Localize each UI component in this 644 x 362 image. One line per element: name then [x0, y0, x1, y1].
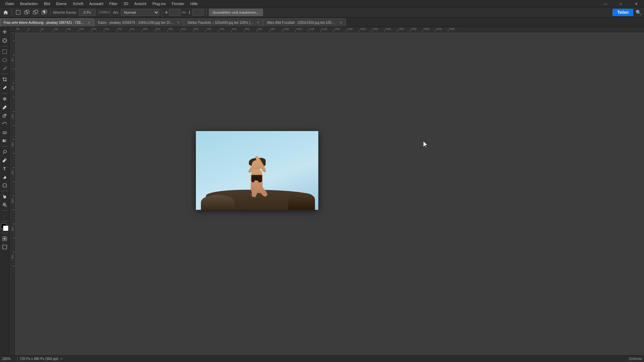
- magic-wand-btn[interactable]: [1, 64, 9, 72]
- lt-divider-2: [1, 74, 8, 74]
- menu-fenster[interactable]: Fenster: [169, 1, 187, 6]
- add-selection-icon[interactable]: [23, 9, 31, 16]
- menu-auswahl[interactable]: Auswahl: [87, 1, 106, 6]
- tab-1-close[interactable]: ✕: [177, 21, 180, 24]
- toolbar-divider-2: [50, 9, 51, 16]
- menu-filter[interactable]: Filter: [107, 1, 120, 6]
- tab-0-close[interactable]: ✕: [88, 21, 90, 24]
- svg-text:350: 350: [117, 27, 122, 31]
- workspace[interactable]: [15, 32, 644, 355]
- ruler-top-svg: -500501001502002503003504004505005506006…: [15, 27, 644, 32]
- svg-text:1350: 1350: [372, 27, 378, 31]
- svg-text:1200: 1200: [334, 27, 340, 31]
- tab-3-close[interactable]: ✕: [339, 21, 342, 24]
- lt-divider-6: [1, 210, 8, 210]
- svg-text:450: 450: [143, 27, 148, 31]
- svg-text:650: 650: [11, 227, 14, 231]
- select-mask-button[interactable]: Auswählen und maskieren...: [209, 9, 263, 16]
- svg-text:100: 100: [54, 27, 58, 31]
- status-divider: [17, 357, 18, 361]
- gradient-tool-btn[interactable]: [1, 137, 9, 145]
- window-controls: — □ ✕: [598, 0, 644, 7]
- search-icon[interactable]: 🔍: [635, 9, 642, 16]
- subtract-selection-icon[interactable]: [32, 9, 39, 16]
- more-tools-btn[interactable]: ···: [1, 212, 9, 220]
- menu-bearbeiten[interactable]: Bearbeiten: [17, 1, 41, 6]
- menu-3d[interactable]: 3D: [121, 1, 131, 6]
- color-swatches[interactable]: [1, 224, 8, 231]
- background-color[interactable]: [3, 226, 8, 231]
- type-tool-btn[interactable]: T: [1, 165, 9, 173]
- lasso-tool-btn[interactable]: [1, 56, 9, 64]
- tab-2[interactable]: Stefan Passfoto – 525x699.jpg bei 100% (…: [184, 18, 263, 26]
- minimize-button[interactable]: —: [598, 0, 613, 7]
- svg-rect-25: [3, 139, 7, 142]
- menu-datei[interactable]: Datei: [3, 1, 17, 6]
- lt-divider-5: [1, 191, 8, 191]
- screen-mode-btn[interactable]: [1, 243, 9, 251]
- menubar-items: Datei Bearbeiten Bild Ebene Schrift Ausw…: [3, 1, 641, 6]
- artboard-tool-btn[interactable]: [1, 37, 9, 45]
- eraser-tool-btn[interactable]: [1, 128, 9, 136]
- maximize-button[interactable]: □: [613, 0, 629, 7]
- status-arrow[interactable]: >: [60, 357, 62, 361]
- svg-rect-29: [3, 184, 6, 187]
- svg-text:-50: -50: [15, 27, 19, 31]
- svg-text:200: 200: [79, 27, 84, 31]
- share-button[interactable]: Teilen: [612, 9, 633, 16]
- clone-stamp-btn[interactable]: [1, 112, 9, 120]
- zoom-tool-btn[interactable]: [1, 201, 9, 209]
- tab-1[interactable]: Katze - pixabay 3336579 - 1066x1280.jpg …: [94, 18, 183, 26]
- tab-2-close[interactable]: ✕: [257, 21, 259, 24]
- swap-icon[interactable]: [182, 10, 186, 14]
- home-icon[interactable]: [2, 9, 9, 16]
- svg-rect-7: [44, 11, 45, 12]
- svg-text:1100: 1100: [309, 27, 315, 31]
- brush-tool-btn[interactable]: [1, 103, 9, 111]
- svg-text:950: 950: [270, 27, 275, 31]
- eyedropper-btn[interactable]: [1, 84, 9, 92]
- height-input[interactable]: [192, 9, 204, 16]
- toolbar-divider-4: [110, 9, 111, 16]
- pen-tool-btn[interactable]: [1, 156, 9, 164]
- shape-tool-btn[interactable]: [1, 181, 9, 189]
- weiche-kante-label: Weiche Kante:: [53, 10, 77, 14]
- menu-ansicht[interactable]: Ansicht: [131, 1, 149, 6]
- tab-3-label: Altes Bild Fussball - 1050x1500.jpg bei …: [267, 21, 337, 24]
- more-tools-dots: ···: [3, 214, 6, 218]
- menu-ebene[interactable]: Ebene: [53, 1, 69, 6]
- hand-tool-btn[interactable]: [1, 192, 9, 200]
- close-button[interactable]: ✕: [629, 0, 644, 7]
- statusbar: 100% 720 Px x 480 Px (300 ppi) > Zeitlei…: [0, 355, 644, 362]
- history-brush-btn[interactable]: [1, 120, 9, 128]
- new-selection-icon[interactable]: [14, 9, 22, 16]
- toolbar-divider-3: [98, 9, 98, 16]
- intersect-selection-icon[interactable]: [41, 9, 48, 16]
- path-select-btn[interactable]: [1, 173, 9, 181]
- menu-schrift[interactable]: Schrift: [70, 1, 86, 6]
- lt-divider-3: [1, 93, 8, 94]
- tab-3[interactable]: Altes Bild Fussball - 1050x1500.jpg bei …: [263, 18, 346, 26]
- quick-mask-btn[interactable]: [1, 235, 9, 243]
- dodge-tool-btn[interactable]: [1, 148, 9, 156]
- menu-plugins[interactable]: Plug-ins: [150, 1, 168, 6]
- tab-0[interactable]: Frau sehr kleine Auflösung - pixabay 186…: [0, 18, 94, 26]
- svg-line-19: [6, 67, 6, 67]
- width-input[interactable]: [169, 9, 181, 16]
- toolbar: Weiche Kante: Glätten Art: Normal Festes…: [0, 7, 644, 17]
- menu-hilfe[interactable]: Hilfe: [187, 1, 200, 6]
- healing-brush-btn[interactable]: [1, 95, 9, 103]
- weiche-kante-input[interactable]: [79, 9, 96, 16]
- zoom-level: 100%: [2, 357, 15, 361]
- art-select[interactable]: Normal Festes Verhältnis Feste Größe: [121, 9, 159, 16]
- move-tool-btn[interactable]: [1, 28, 9, 36]
- lt-divider-7: [1, 221, 8, 222]
- menu-bild[interactable]: Bild: [41, 1, 53, 6]
- crop-tool-btn[interactable]: [1, 75, 9, 83]
- glatter-icon[interactable]: Glätten: [101, 9, 108, 16]
- toolbar-divider-5: [162, 9, 162, 16]
- svg-text:800: 800: [232, 27, 237, 31]
- timeline-label[interactable]: Zeitleiste: [629, 357, 642, 361]
- marquee-tool-btn[interactable]: [1, 48, 9, 56]
- tab-1-label: Katze - pixabay 3336579 - 1066x1280.jpg …: [98, 21, 175, 24]
